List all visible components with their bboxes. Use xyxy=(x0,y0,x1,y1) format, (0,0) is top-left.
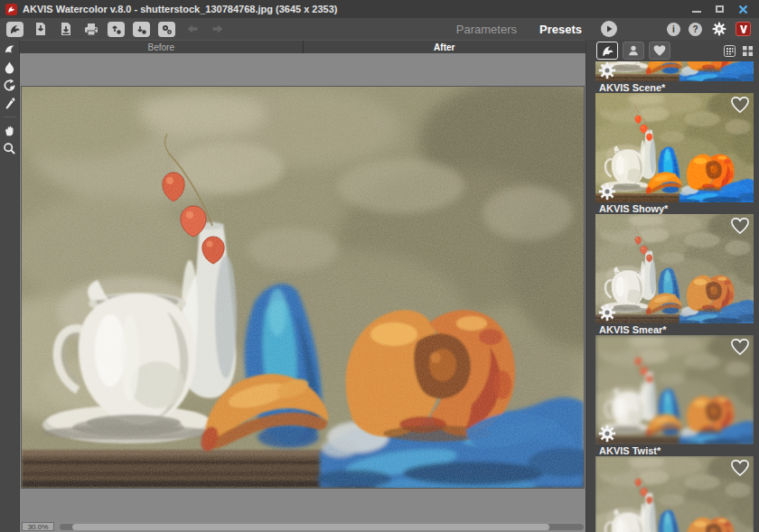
akvis-badge-button[interactable] xyxy=(736,22,751,36)
preset-settings-gear-icon[interactable] xyxy=(598,61,616,79)
processed-image[interactable] xyxy=(22,87,584,488)
statusbar: 30.0% xyxy=(20,522,586,532)
image-canvas[interactable] xyxy=(20,53,586,522)
hand-tool[interactable] xyxy=(3,124,16,137)
view-grid-small-button[interactable] xyxy=(723,44,736,57)
preset-settings-gear-icon[interactable] xyxy=(598,303,616,322)
akvis-logo-icon xyxy=(9,23,21,35)
app-logo-icon xyxy=(5,4,17,15)
save-file-icon xyxy=(60,22,72,36)
toolbar: Parameters Presets i ? xyxy=(0,18,759,40)
favorite-heart-icon[interactable] xyxy=(730,96,750,114)
preset-thumbnail-scene[interactable] xyxy=(595,93,754,202)
preset-thumbnail-partial[interactable] xyxy=(595,61,754,81)
tool-separator xyxy=(4,117,16,117)
printer-icon xyxy=(84,23,98,36)
preferences-button[interactable] xyxy=(710,22,727,37)
history-brush-tool[interactable] xyxy=(3,79,16,92)
gear-icon xyxy=(712,22,726,36)
smudge-tool[interactable] xyxy=(3,97,16,110)
play-icon xyxy=(604,24,614,33)
filter-user-presets-button[interactable] xyxy=(623,42,644,60)
akvis-horse-icon xyxy=(601,44,614,58)
gears-icon xyxy=(161,23,173,35)
presets-panel: AKVIS Scene* AKVIS Showy* AKVIS Smear* xyxy=(592,40,758,532)
help-icon: ? xyxy=(692,24,698,34)
redo-arrow-icon xyxy=(211,23,224,34)
heart-icon xyxy=(652,44,667,57)
favorite-heart-icon[interactable] xyxy=(730,338,750,356)
batch-processing-button[interactable] xyxy=(158,22,175,37)
filter-akvis-presets-button[interactable] xyxy=(596,42,618,60)
preset-thumbnail-smear[interactable] xyxy=(595,335,754,444)
undo-arrow-icon xyxy=(186,23,199,34)
preset-settings-gear-icon[interactable] xyxy=(598,182,616,201)
export-preset-icon xyxy=(136,23,147,35)
close-button[interactable] xyxy=(738,5,748,14)
import-presets-button[interactable] xyxy=(108,22,125,37)
akvis-watercolor-window: AKVIS Watercolor v.8.0 - shutterstock_13… xyxy=(0,0,759,532)
parameters-tab-label[interactable]: Parameters xyxy=(456,23,517,36)
zoom-level-value: 30.0% xyxy=(28,523,49,531)
view-grid-large-button[interactable] xyxy=(741,44,754,57)
preset-label[interactable]: AKVIS Twist* xyxy=(595,444,754,456)
titlebar: AKVIS Watercolor v.8.0 - shutterstock_13… xyxy=(0,0,759,18)
image-workspace: Before After 30.0% xyxy=(20,40,586,532)
info-icon: i xyxy=(672,24,675,34)
preset-settings-gear-icon[interactable] xyxy=(598,425,616,443)
run-button[interactable] xyxy=(601,21,617,37)
preset-thumbnail-twist[interactable] xyxy=(595,456,754,532)
info-button[interactable]: i xyxy=(667,23,680,36)
grid-small-icon xyxy=(724,45,736,57)
redo-button[interactable] xyxy=(209,22,226,37)
minimize-button[interactable] xyxy=(692,11,701,13)
zoom-level-field[interactable]: 30.0% xyxy=(22,522,54,531)
preset-thumbnail-showy-selected[interactable] xyxy=(595,214,754,323)
tool-panel xyxy=(0,40,20,532)
user-icon xyxy=(627,44,640,57)
open-image-button[interactable] xyxy=(32,22,49,37)
main-area: Before After 30.0% xyxy=(0,40,759,532)
grid-large-icon xyxy=(742,45,754,57)
tab-before[interactable]: Before xyxy=(20,41,304,53)
blur-drop-tool[interactable] xyxy=(3,61,16,74)
print-button[interactable] xyxy=(82,22,99,37)
maximize-button[interactable] xyxy=(716,5,724,13)
presets-tab-label[interactable]: Presets xyxy=(539,23,582,36)
view-tabs: Before After xyxy=(20,40,586,53)
panel-splitter[interactable] xyxy=(586,40,592,532)
tab-after[interactable]: After xyxy=(304,41,586,53)
horizontal-scrollbar-thumb[interactable] xyxy=(72,524,549,530)
app-menu-button[interactable] xyxy=(6,22,23,37)
favorite-heart-icon[interactable] xyxy=(730,459,750,477)
preset-label[interactable]: AKVIS Showy* xyxy=(595,202,754,214)
preset-label[interactable]: AKVIS Smear* xyxy=(595,323,754,335)
akvis-badge-icon xyxy=(739,24,748,34)
help-button[interactable]: ? xyxy=(689,23,702,36)
open-file-icon xyxy=(34,22,47,36)
window-title: AKVIS Watercolor v.8.0 - shutterstock_13… xyxy=(23,4,338,14)
import-preset-icon xyxy=(110,23,122,35)
preset-label[interactable]: AKVIS Scene* xyxy=(595,81,754,93)
preview-brush-tool[interactable] xyxy=(3,42,16,56)
preset-list: AKVIS Scene* AKVIS Showy* AKVIS Smear* xyxy=(592,61,758,532)
favorite-heart-icon[interactable] xyxy=(730,217,750,235)
horizontal-scrollbar[interactable] xyxy=(60,524,584,530)
presets-filter-bar xyxy=(592,40,758,61)
export-presets-button[interactable] xyxy=(133,22,150,37)
save-image-button[interactable] xyxy=(57,22,74,37)
zoom-tool[interactable] xyxy=(3,142,16,155)
filter-favorites-button[interactable] xyxy=(649,42,670,60)
undo-button[interactable] xyxy=(183,22,201,37)
